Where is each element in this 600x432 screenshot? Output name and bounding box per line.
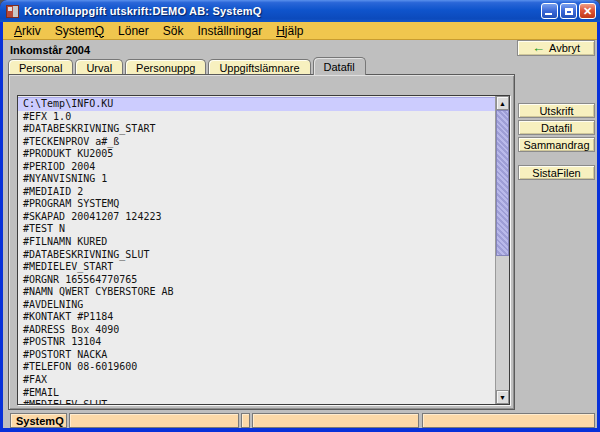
list-item[interactable]: #PRODUKT KU2005 — [18, 148, 495, 161]
menu-arkiv[interactable]: Arkiv — [7, 23, 48, 39]
utskrift-button[interactable]: Utskrift — [518, 103, 595, 118]
list-item[interactable]: #DATABESKRIVNING_SLUT — [18, 249, 495, 262]
menu-sok[interactable]: Sök — [156, 23, 191, 39]
list-item[interactable]: #PERIOD 2004 — [18, 161, 495, 174]
scroll-up-button[interactable]: ▲ — [496, 96, 509, 110]
status-panel — [422, 413, 595, 428]
file-listbox: C:\Temp\INFO.KU#EFX 1.0#DATABESKRIVNING_… — [17, 95, 510, 405]
minimize-button[interactable] — [541, 3, 558, 19]
list-item[interactable]: #EMAIL — [18, 387, 495, 400]
list-item[interactable]: #FILNAMN KURED — [18, 236, 495, 249]
list-item[interactable]: #NAMN QWERT CYBERSTORE AB — [18, 286, 495, 299]
maximize-icon — [565, 8, 573, 15]
list-item[interactable]: #PROGRAM SYSTEMQ — [18, 198, 495, 211]
close-button[interactable]: ✕ — [579, 3, 596, 19]
list-item[interactable]: #EFX 1.0 — [18, 111, 495, 124]
list-item[interactable]: #SKAPAD 20041207 124223 — [18, 211, 495, 224]
window-title: Kontrolluppgift utskrift:DEMO AB: System… — [24, 5, 262, 17]
list-item[interactable]: #POSTORT NACKA — [18, 349, 495, 362]
list-item[interactable]: #TECKENPROV a#_ß — [18, 136, 495, 149]
scroll-down-icon: ▼ — [499, 394, 506, 401]
list-item[interactable]: #TELEFON 08-6019600 — [18, 361, 495, 374]
vertical-scrollbar[interactable]: ▲ ▼ — [495, 96, 509, 404]
tab-bar: Personal Urval Personuppg Uppgiftslämnar… — [8, 58, 368, 75]
app-window: Kontrolluppgift utskrift:DEMO AB: System… — [0, 0, 600, 432]
list-item[interactable]: #KONTAKT #P1184 — [18, 311, 495, 324]
list-item[interactable]: #MEDIELEV_SLUT — [18, 399, 495, 404]
status-app-label: SystemQ — [10, 413, 67, 428]
list-item[interactable]: #AVDELNING — [18, 299, 495, 312]
menu-installningar[interactable]: Inställningar — [190, 23, 269, 39]
menu-loner[interactable]: Löner — [111, 23, 156, 39]
tab-personuppg[interactable]: Personuppg — [125, 59, 206, 75]
list-item[interactable]: #ADRESS Box 4090 — [18, 324, 495, 337]
list-item[interactable]: #DATABESKRIVNING_START — [18, 123, 495, 136]
minimize-icon — [545, 13, 552, 15]
datafil-panel: C:\Temp\INFO.KU#EFX 1.0#DATABESKRIVNING_… — [8, 74, 515, 410]
scrollbar-thumb[interactable] — [496, 110, 509, 256]
tab-datafil[interactable]: Datafil — [313, 57, 366, 75]
list-item[interactable]: #ORGNR 165564770765 — [18, 274, 495, 287]
list-item[interactable]: #POSTNR 13104 — [18, 336, 495, 349]
app-icon — [6, 5, 19, 18]
scroll-down-button[interactable]: ▼ — [496, 390, 509, 404]
menubar: Arkiv SystemQ Löner Sök Inställningar Hj… — [3, 22, 597, 40]
income-year-label: Inkomstår 2004 — [10, 44, 90, 56]
status-panel — [241, 413, 250, 428]
tab-personal[interactable]: Personal — [8, 59, 73, 75]
sammandrag-button[interactable]: Sammandrag — [518, 137, 595, 152]
status-panel — [69, 413, 239, 428]
avbryt-button[interactable]: ← Avbryt — [517, 40, 595, 56]
back-arrow-icon: ← — [532, 43, 545, 53]
sistafilen-button[interactable]: SistaFilen — [518, 165, 595, 180]
status-panel — [252, 413, 419, 428]
scroll-up-icon: ▲ — [499, 100, 506, 107]
close-icon: ✕ — [583, 6, 592, 17]
list-item[interactable]: C:\Temp\INFO.KU — [18, 97, 495, 111]
datafil-button[interactable]: Datafil — [518, 120, 595, 135]
avbryt-label: Avbryt — [549, 42, 580, 54]
list-item[interactable]: #NYANVISNING 1 — [18, 173, 495, 186]
list-item[interactable]: #FAX — [18, 374, 495, 387]
menu-systemq[interactable]: SystemQ — [48, 23, 111, 39]
file-list: C:\Temp\INFO.KU#EFX 1.0#DATABESKRIVNING_… — [18, 97, 495, 404]
maximize-button[interactable] — [560, 3, 577, 19]
list-item[interactable]: #MEDIELEV_START — [18, 261, 495, 274]
menu-hjalp[interactable]: Hjälp — [269, 23, 310, 39]
tab-urval[interactable]: Urval — [75, 59, 123, 75]
tab-uppgiftslamnare[interactable]: Uppgiftslämnare — [208, 59, 310, 75]
list-item[interactable]: #MEDIAID 2 — [18, 186, 495, 199]
list-item[interactable]: #TEST N — [18, 223, 495, 236]
content-area: Inkomstår 2004 ← Avbryt Personal Urval P… — [3, 40, 597, 428]
titlebar[interactable]: Kontrolluppgift utskrift:DEMO AB: System… — [0, 0, 600, 22]
